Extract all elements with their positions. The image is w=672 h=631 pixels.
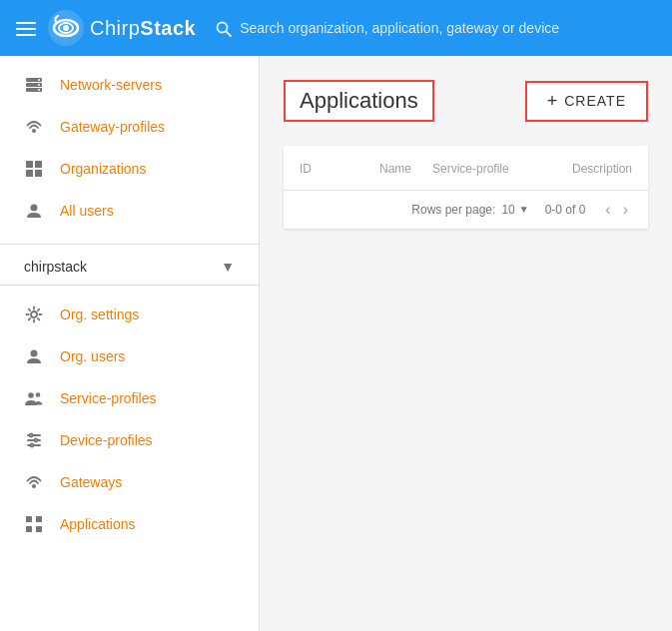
svg-point-28 xyxy=(30,434,33,437)
sidebar-global-nav: Network-servers Gateway-profiles xyxy=(0,56,259,240)
sidebar-item-applications[interactable]: Applications xyxy=(0,503,259,545)
sidebar-label-gateway-profiles: Gateway-profiles xyxy=(60,119,165,135)
rows-per-page-dropdown[interactable]: 10 ▼ xyxy=(501,203,528,217)
sidebar-label-org-users: Org. users xyxy=(60,348,125,364)
plus-icon: + xyxy=(547,91,559,112)
rows-per-page-label: Rows per page: xyxy=(411,203,495,217)
signal-icon-global xyxy=(24,118,44,136)
sidebar-label-gateways: Gateways xyxy=(60,474,122,490)
sidebar-label-network-servers: Network-servers xyxy=(60,77,162,93)
brand-text: ChirpStack xyxy=(90,17,196,40)
logo: ChirpStack xyxy=(48,10,196,46)
svg-point-23 xyxy=(28,392,34,398)
server-icon xyxy=(24,76,44,94)
sidebar-label-service-profiles: Service-profiles xyxy=(60,390,156,406)
create-button[interactable]: + CREATE xyxy=(525,81,648,122)
sidebar-org-nav: Org. settings Org. users xyxy=(0,286,259,553)
pagination-controls: ‹ › xyxy=(601,199,632,221)
svg-point-14 xyxy=(38,89,40,91)
sidebar-item-all-users[interactable]: All users xyxy=(0,190,259,232)
sidebar-item-network-servers[interactable]: Network-servers xyxy=(0,64,259,106)
sidebar-label-applications: Applications xyxy=(60,516,136,532)
search-icon xyxy=(216,19,232,37)
col-header-service-profile: Service-profile xyxy=(432,162,572,178)
svg-rect-2 xyxy=(16,34,36,36)
svg-point-15 xyxy=(32,129,36,133)
person-icon-global xyxy=(24,202,44,220)
page-header: Applications + CREATE xyxy=(284,80,648,122)
table-footer: Rows per page: 10 ▼ 0-0 of 0 ‹ › xyxy=(284,191,648,229)
chevron-down-icon: ▼ xyxy=(221,259,235,275)
col-header-name: Name xyxy=(379,162,432,178)
topbar: ChirpStack Search organization, applicat… xyxy=(0,0,672,56)
page-title-box: Applications xyxy=(284,80,434,122)
sidebar-item-device-profiles[interactable]: Device-profiles xyxy=(0,419,259,461)
signal-icon-org xyxy=(24,473,44,491)
rows-dropdown-arrow: ▼ xyxy=(519,204,529,215)
pagination-info: 0-0 of 0 xyxy=(545,203,586,217)
svg-point-22 xyxy=(31,350,38,357)
rows-per-page-value: 10 xyxy=(501,203,514,217)
svg-rect-19 xyxy=(35,170,42,177)
sliders-icon xyxy=(24,431,44,449)
col-header-description: Description xyxy=(572,162,632,178)
logo-icon xyxy=(48,10,84,46)
grid-icon xyxy=(24,160,44,178)
org-name: chirpstack xyxy=(24,259,213,275)
table-header: ID Name Service-profile Description xyxy=(284,146,648,191)
sidebar-item-gateway-profiles[interactable]: Gateway-profiles xyxy=(0,106,259,148)
sidebar-item-service-profiles[interactable]: Service-profiles xyxy=(0,377,259,419)
svg-point-21 xyxy=(31,312,37,317)
sidebar-label-device-profiles: Device-profiles xyxy=(60,432,153,448)
svg-point-31 xyxy=(32,484,36,488)
svg-rect-35 xyxy=(36,526,42,532)
svg-point-24 xyxy=(36,392,41,397)
search-placeholder-text: Search organization, application, gatewa… xyxy=(240,20,559,36)
sidebar-label-organizations: Organizations xyxy=(60,161,146,177)
sidebar-item-org-settings[interactable]: Org. settings xyxy=(0,294,259,335)
svg-rect-33 xyxy=(36,516,42,522)
next-page-button[interactable]: › xyxy=(619,199,632,221)
sidebar-item-gateways[interactable]: Gateways xyxy=(0,461,259,503)
main-content: Applications + CREATE ID Name Service-pr… xyxy=(260,56,672,631)
sidebar-label-org-settings: Org. settings xyxy=(60,307,139,322)
svg-rect-1 xyxy=(16,28,36,30)
svg-rect-34 xyxy=(26,526,32,532)
search-bar[interactable]: Search organization, application, gatewa… xyxy=(216,19,656,37)
create-btn-label: CREATE xyxy=(564,93,626,109)
svg-point-12 xyxy=(38,79,40,81)
menu-icon[interactable] xyxy=(16,17,36,38)
person-group-icon xyxy=(24,389,44,407)
sidebar-label-all-users: All users xyxy=(60,203,114,219)
svg-line-8 xyxy=(227,31,232,36)
sidebar-item-org-users[interactable]: Org. users xyxy=(0,335,259,377)
brand-chirp: Chirp xyxy=(90,17,140,39)
brand-stack: Stack xyxy=(140,17,196,39)
col-header-id: ID xyxy=(300,162,379,178)
svg-rect-0 xyxy=(16,22,36,24)
org-selector[interactable]: chirpstack ▼ xyxy=(0,249,259,286)
svg-rect-17 xyxy=(35,161,42,168)
person-icon-org xyxy=(24,347,44,365)
svg-point-30 xyxy=(31,444,34,447)
svg-rect-16 xyxy=(26,161,33,168)
svg-rect-32 xyxy=(26,516,32,522)
svg-point-6 xyxy=(63,25,69,31)
rows-per-page-selector: Rows per page: 10 ▼ xyxy=(411,203,528,217)
sidebar: Network-servers Gateway-profiles xyxy=(0,56,260,631)
applications-table-card: ID Name Service-profile Description Rows… xyxy=(284,146,648,229)
page-title: Applications xyxy=(300,88,418,114)
svg-rect-18 xyxy=(26,170,33,177)
svg-point-29 xyxy=(35,439,38,442)
svg-point-13 xyxy=(38,84,40,86)
sidebar-divider-1 xyxy=(0,244,259,245)
prev-page-button[interactable]: ‹ xyxy=(601,199,614,221)
layout: Network-servers Gateway-profiles xyxy=(0,56,672,631)
apps-icon xyxy=(24,515,44,533)
sidebar-item-organizations[interactable]: Organizations xyxy=(0,148,259,190)
gear-icon xyxy=(24,306,44,323)
svg-point-20 xyxy=(31,205,38,212)
